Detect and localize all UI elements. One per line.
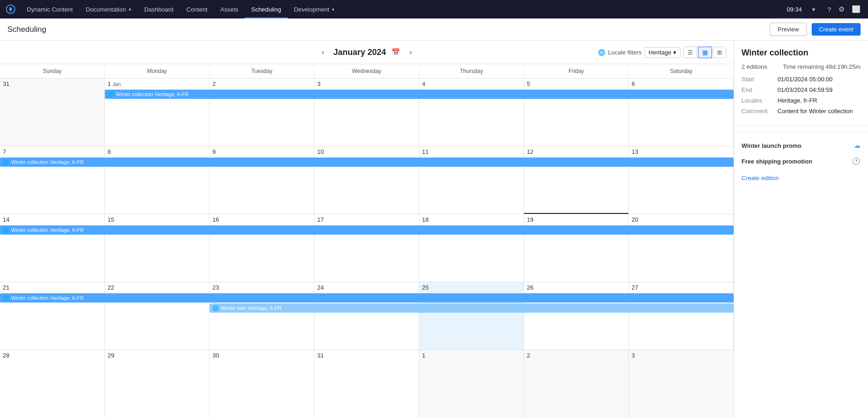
create-edition-link[interactable]: Create edition (734, 169, 868, 187)
settings-icon[interactable]: ⚙ (837, 3, 846, 15)
day-number: 31 (317, 352, 416, 359)
app-logo[interactable] (6, 4, 16, 14)
locale-filter-label: Locale filters (608, 49, 642, 56)
nav-dynamic-content[interactable]: Dynamic Content (20, 0, 79, 18)
locale-filter-area: 🌐 Locale filters Heritage ▾ ☰ ▦ ⊞ (598, 47, 726, 58)
calendar-week-3: 14 15 16 17 18 19 20 (0, 214, 734, 282)
nav-dashboard[interactable]: Dashboard (138, 0, 180, 18)
cal-day-8[interactable]: 8 (105, 146, 210, 214)
cal-day-19[interactable]: 19 (524, 214, 629, 282)
cal-day-23[interactable]: 23 (210, 282, 314, 350)
cal-day-feb-3[interactable]: 3 (629, 350, 734, 418)
event-label: Winter collection (11, 295, 48, 301)
day-number: 3 (632, 352, 731, 359)
cal-day-20[interactable]: 20 (629, 214, 734, 282)
calendar-week-1: 31 1 Jan 2 3 4 5 6 (0, 79, 734, 146)
grid-view-button[interactable]: ⊞ (713, 47, 726, 58)
day-header-monday: Monday (105, 64, 210, 78)
day-number: 19 (527, 216, 626, 223)
calendar-icon[interactable]: 📅 (392, 48, 400, 56)
prev-month-button[interactable]: ‹ (318, 46, 328, 58)
main-layout: ‹ January 2024 📅 › 🌐 Locale filters Heri… (0, 41, 868, 418)
cal-day-31[interactable]: 31 (314, 350, 419, 418)
cal-day-31-dec[interactable]: 31 (0, 79, 105, 146)
cal-day-30[interactable]: 30 (210, 350, 314, 418)
cal-day-1-jan[interactable]: 1 Jan (105, 79, 210, 146)
day-number: 3 (317, 80, 416, 87)
day-number: 1 (422, 352, 521, 359)
edition-winter-launch-promo[interactable]: Winter launch promo ☁ (734, 138, 868, 153)
cal-day-3[interactable]: 3 (314, 79, 419, 146)
event-label: Winter collection (116, 91, 153, 97)
edition-free-shipping[interactable]: Free shipping promotion 🕐 (734, 153, 868, 169)
day-number: 6 (632, 80, 730, 87)
event-winter-collection-w3[interactable]: 🌐 Winter collection Heritage, fr-FR (0, 225, 734, 235)
list-view-button[interactable]: ☰ (683, 47, 697, 58)
cal-day-26[interactable]: 26 (524, 282, 629, 350)
event-winter-collection-w2[interactable]: 🌐 Winter collection Heritage, fr-FR (0, 158, 734, 167)
cal-day-11[interactable]: 11 (419, 146, 524, 214)
locales-label: Locales (741, 97, 774, 104)
event-locale: Heritage, fr-FR (50, 295, 84, 301)
cal-day-feb-1[interactable]: 1 (419, 350, 524, 418)
cal-day-15[interactable]: 15 (105, 214, 210, 282)
cal-day-21[interactable]: 21 (0, 282, 105, 350)
day-header-sunday: Sunday (0, 64, 105, 78)
cal-day-18[interactable]: 18 (419, 214, 524, 282)
nav-assets[interactable]: Assets (214, 0, 245, 18)
locale-filter-select[interactable]: Heritage ▾ (645, 47, 681, 58)
cal-day-27[interactable]: 27 (629, 282, 734, 350)
cal-day-16[interactable]: 16 (210, 214, 314, 282)
next-month-button[interactable]: › (406, 46, 416, 58)
day-number: 28 (3, 352, 102, 359)
cal-day-7[interactable]: 7 (0, 146, 105, 214)
cal-day-4[interactable]: 4 (419, 79, 524, 146)
cal-day-24[interactable]: 24 (314, 282, 419, 350)
day-number: 17 (317, 216, 416, 223)
locale-filter-value: Heritage (649, 49, 671, 56)
cal-day-25[interactable]: 25 (419, 282, 524, 350)
comment-value: Content for Winter collection (778, 108, 853, 115)
cal-day-12[interactable]: 12 (524, 146, 629, 214)
calendar-week-5: 28 29 30 31 1 2 3 (0, 350, 734, 418)
nav-content[interactable]: Content (180, 0, 214, 18)
cal-day-28[interactable]: 28 (0, 350, 105, 418)
day-number: 25 (422, 284, 521, 291)
create-event-button[interactable]: Create event (812, 23, 861, 36)
nav-documentation[interactable]: Documentation ▾ (79, 0, 138, 18)
cal-day-2[interactable]: 2 (210, 79, 314, 146)
day-number: 30 (212, 352, 311, 359)
event-locale: Heritage, fr-FR (50, 159, 84, 165)
cal-day-10[interactable]: 10 (314, 146, 419, 214)
cal-day-29[interactable]: 29 (105, 350, 210, 418)
cal-day-5[interactable]: 5 (524, 79, 629, 146)
cal-day-feb-2[interactable]: 2 (524, 350, 629, 418)
cal-day-17[interactable]: 17 (314, 214, 419, 282)
day-number: 23 (212, 284, 311, 291)
logout-icon[interactable]: ⬜ (850, 3, 862, 15)
calendar-area: ‹ January 2024 📅 › 🌐 Locale filters Heri… (0, 41, 734, 418)
help-icon[interactable]: ? (826, 4, 833, 15)
cal-day-6[interactable]: 6 (629, 79, 734, 146)
field-end: End 01/03/2024 04:59:59 (741, 86, 861, 93)
day-header-saturday: Saturday (629, 64, 734, 78)
event-winter-collection-w1[interactable]: 🌐 Winter collection Heritage, fr-FR (105, 90, 734, 99)
time-remaining: Time remaining 48d:19h:25m (783, 63, 861, 70)
cal-day-14[interactable]: 14 (0, 214, 105, 282)
time-dropdown-icon[interactable]: ▾ (806, 0, 822, 18)
cal-day-22[interactable]: 22 (105, 282, 210, 350)
event-label: Winter sale (221, 305, 246, 311)
nav-scheduling[interactable]: Scheduling (245, 0, 287, 18)
cal-day-13[interactable]: 13 (629, 146, 734, 214)
field-locales: Locales Heritage, fr-FR (741, 97, 861, 104)
preview-button[interactable]: Preview (770, 23, 807, 36)
event-winter-sale-w4[interactable]: 🌐 Winter sale Heritage, fr-FR (210, 303, 734, 313)
calendar-week-4: 21 22 23 24 25 26 27 (0, 282, 734, 350)
day-number: 7 (3, 148, 102, 155)
cal-day-9[interactable]: 9 (210, 146, 314, 214)
globe-icon: 🌐 (212, 305, 219, 311)
nav-development[interactable]: Development ▾ (288, 0, 341, 18)
calendar-view-button[interactable]: ▦ (698, 47, 712, 58)
event-winter-collection-w4[interactable]: 🌐 Winter collection Heritage, fr-FR (0, 293, 734, 303)
end-label: End (741, 86, 774, 93)
